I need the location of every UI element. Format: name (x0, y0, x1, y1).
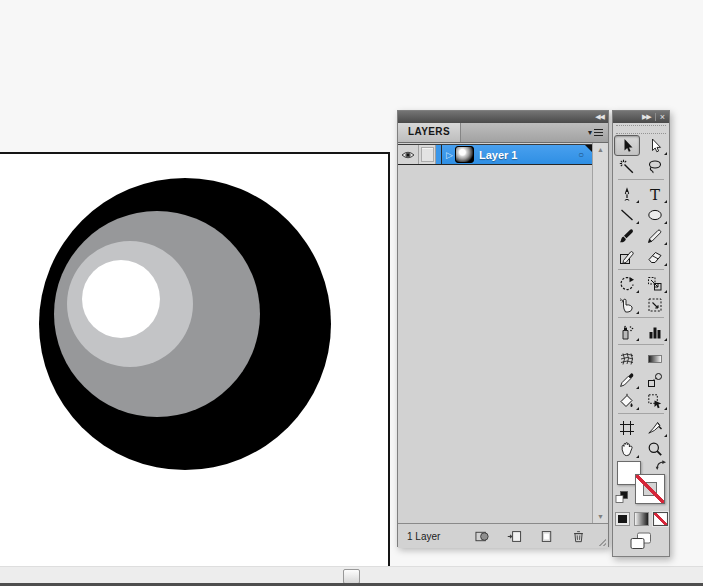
flyout-indicator-icon (664, 221, 667, 224)
scroll-down-arrow[interactable]: ▼ (593, 513, 608, 520)
layers-status-bar: 1 Layer (398, 523, 608, 548)
slice-tool[interactable] (642, 417, 668, 438)
horizontal-scrollbar-thumb[interactable] (343, 569, 360, 584)
paintbrush-tool[interactable] (614, 225, 640, 246)
current-layer-indicator (585, 145, 592, 152)
expand-panel-icon[interactable]: ▶▶ (642, 112, 651, 122)
none-button[interactable] (653, 512, 668, 526)
blob-brush-tool-glyph (619, 249, 635, 265)
flyout-indicator-icon (664, 242, 667, 245)
zoom-tool-glyph (647, 441, 663, 457)
eraser-tool[interactable] (642, 246, 668, 267)
tools-panel-titlebar[interactable]: ▶▶ × (613, 111, 669, 123)
blob-brush-tool[interactable] (614, 246, 640, 267)
collapse-to-icons-icon[interactable]: ◀◀ (595, 112, 604, 122)
create-new-sublayer-button[interactable] (506, 528, 522, 544)
flyout-indicator-icon (664, 290, 667, 293)
flyout-indicator-icon (664, 152, 667, 155)
make-clipping-mask-button[interactable] (474, 528, 490, 544)
scale-tool[interactable] (642, 273, 668, 294)
lock-box-icon (421, 147, 434, 162)
zoom-tool[interactable] (642, 438, 668, 459)
selection-tool-glyph (619, 138, 635, 154)
layer-target-icon[interactable]: ○ (578, 149, 584, 160)
panel-resize-grip[interactable] (596, 536, 606, 546)
symbol-sprayer-tool[interactable] (614, 321, 640, 342)
artboard-tool[interactable] (614, 417, 640, 438)
tab-layers[interactable]: LAYERS (398, 123, 461, 142)
layers-panel-titlebar[interactable]: ◀◀ (398, 111, 608, 123)
rotate-tool-glyph (619, 276, 635, 292)
layer-name[interactable]: Layer 1 (479, 149, 518, 161)
warp-tool[interactable] (614, 294, 640, 315)
titlebar-divider (655, 113, 656, 121)
column-graph-tool[interactable] (642, 321, 668, 342)
default-fill-stroke-icon[interactable] (615, 491, 629, 504)
gradient-tool-glyph (647, 351, 663, 367)
pencil-tool[interactable] (642, 225, 668, 246)
live-paint-bucket-tool[interactable] (614, 390, 640, 411)
gradient-tool[interactable] (642, 348, 668, 369)
ellipse-tool-glyph (647, 207, 663, 223)
delete-selection-button[interactable] (570, 528, 586, 544)
free-transform-tool-glyph (647, 297, 663, 313)
selection-tool[interactable] (614, 135, 640, 156)
direct-selection-tool[interactable] (642, 135, 668, 156)
gradient-button[interactable] (634, 512, 649, 526)
tools-panel: ▶▶ × T (612, 110, 670, 557)
none-slash-icon (636, 475, 664, 503)
layer-thumbnail[interactable] (455, 146, 474, 163)
layer-row-main[interactable]: ▷ Layer 1 ○ (442, 145, 592, 164)
hand-tool[interactable] (614, 438, 640, 459)
blend-tool[interactable] (642, 369, 668, 390)
create-new-sublayer-icon-glyph (507, 529, 522, 544)
stroke-swatch[interactable] (635, 474, 665, 504)
rotate-tool[interactable] (614, 273, 640, 294)
flyout-indicator-icon (664, 407, 667, 410)
swap-fill-stroke-icon[interactable] (655, 460, 667, 471)
mesh-tool[interactable] (614, 348, 640, 369)
type-tool[interactable]: T (642, 183, 668, 204)
paintbrush-tool-glyph (619, 228, 635, 244)
live-paint-selection-tool-glyph (647, 393, 663, 409)
flyout-indicator-icon (636, 311, 639, 314)
panel-menu-button[interactable]: ▾ (583, 123, 608, 142)
flyout-indicator-icon (636, 386, 639, 389)
toolbar-grip[interactable] (616, 125, 666, 134)
expand-layer-icon[interactable]: ▷ (446, 150, 453, 160)
free-transform-tool[interactable] (642, 294, 668, 315)
artboard-tool-glyph (619, 420, 635, 436)
layers-scrollbar[interactable]: ▲ ▼ (592, 143, 608, 523)
flyout-indicator-icon (636, 221, 639, 224)
lock-toggle[interactable] (419, 145, 436, 164)
color-button[interactable] (615, 512, 630, 526)
document-canvas[interactable] (0, 152, 390, 566)
eraser-tool-glyph (647, 249, 663, 265)
horizontal-scrollbar[interactable] (0, 566, 703, 584)
make-clipping-mask-icon-glyph (475, 529, 490, 544)
lasso-tool[interactable] (642, 156, 668, 177)
visibility-toggle[interactable] (398, 145, 419, 164)
hand-tool-glyph (619, 441, 635, 457)
close-panel-icon[interactable]: × (660, 112, 665, 122)
symbol-sprayer-tool-glyph (619, 324, 635, 340)
pen-tool[interactable] (614, 183, 640, 204)
warp-tool-glyph (619, 297, 635, 313)
artwork-circle[interactable] (82, 260, 160, 338)
drawing-mode-button[interactable] (613, 528, 669, 550)
magic-wand-tool[interactable] (614, 156, 640, 177)
hamburger-icon (594, 129, 603, 131)
flyout-indicator-icon (636, 455, 639, 458)
lasso-tool-glyph (647, 159, 663, 175)
live-paint-selection-tool[interactable] (642, 390, 668, 411)
ellipse-tool[interactable] (642, 204, 668, 225)
line-segment-tool-glyph (619, 207, 635, 223)
eyedropper-tool[interactable] (614, 369, 640, 390)
scroll-up-arrow[interactable]: ▲ (593, 146, 608, 153)
layers-panel: ◀◀ LAYERS ▾ (397, 110, 609, 547)
create-new-layer-button[interactable] (538, 528, 554, 544)
line-segment-tool[interactable] (614, 204, 640, 225)
layer-row[interactable]: ▷ Layer 1 ○ (398, 144, 592, 165)
blend-tool-glyph (647, 372, 663, 388)
mesh-tool-glyph (619, 351, 635, 367)
